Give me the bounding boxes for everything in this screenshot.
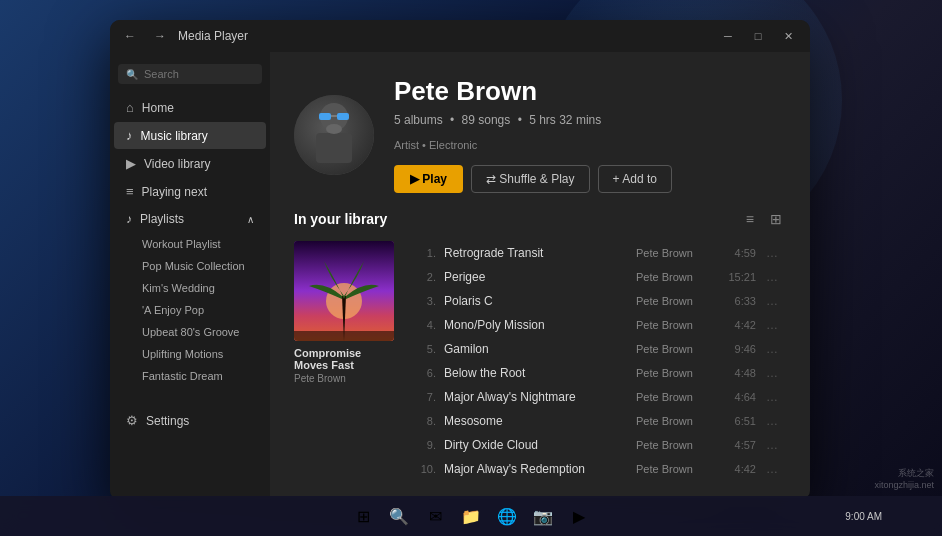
svg-rect-8	[294, 331, 394, 341]
track-menu-icon[interactable]: …	[764, 246, 780, 260]
library-controls: ≡ ⊞	[742, 209, 786, 229]
track-number: 5.	[416, 343, 436, 355]
table-row[interactable]: 2. Perigee Pete Brown 15:21 …	[410, 265, 786, 289]
taskbar-media[interactable]: ▶	[563, 500, 595, 532]
table-row[interactable]: 3. Polaris C Pete Brown 6:33 …	[410, 289, 786, 313]
taskbar-photos[interactable]: 📷	[527, 500, 559, 532]
forward-button[interactable]: →	[148, 24, 172, 48]
playlist-item[interactable]: Fantastic Dream	[114, 365, 266, 387]
window-controls: ─ □ ✕	[714, 25, 802, 47]
track-menu-icon[interactable]: …	[764, 438, 780, 452]
table-row[interactable]: 9. Dirty Oxide Cloud Pete Brown 4:57 …	[410, 433, 786, 457]
sidebar-item-music-library[interactable]: ♪ Music library	[114, 122, 266, 149]
play-button[interactable]: ▶ Play	[394, 165, 463, 193]
track-duration: 4:57	[724, 439, 756, 451]
playlist-item[interactable]: 'A Enjoy Pop	[114, 299, 266, 321]
track-artist: Pete Brown	[636, 391, 716, 403]
track-number: 2.	[416, 271, 436, 283]
sidebar-item-label: Home	[142, 101, 174, 115]
list-view-button[interactable]: ≡	[742, 209, 758, 229]
table-row[interactable]: 4. Mono/Poly Mission Pete Brown 4:42 …	[410, 313, 786, 337]
album-art-inner	[294, 241, 394, 341]
track-menu-icon[interactable]: …	[764, 366, 780, 380]
sidebar-item-home[interactable]: ⌂ Home	[114, 94, 266, 121]
shuffle-play-button[interactable]: ⇄ Shuffle & Play	[471, 165, 590, 193]
track-artist: Pete Brown	[636, 367, 716, 379]
track-name: Dirty Oxide Cloud	[444, 438, 628, 452]
artist-actions: ▶ Play ⇄ Shuffle & Play + Add to	[394, 165, 786, 193]
playlist-item[interactable]: Upbeat 80's Groove	[114, 321, 266, 343]
artist-meta: 5 albums • 89 songs • 5 hrs 32 mins	[394, 113, 786, 127]
sidebar-item-settings[interactable]: ⚙ Settings	[114, 407, 266, 434]
track-artist: Pete Brown	[636, 319, 716, 331]
playlist-item[interactable]: Workout Playlist	[114, 233, 266, 255]
sidebar-item-playing-next[interactable]: ≡ Playing next	[114, 178, 266, 205]
table-row[interactable]: 5. Gamilon Pete Brown 9:46 …	[410, 337, 786, 361]
avatar-image	[294, 95, 374, 175]
window-content: 🔍 ⌂ Home ♪ Music library ▶ Video library…	[110, 52, 810, 500]
svg-rect-1	[316, 133, 352, 163]
sidebar: 🔍 ⌂ Home ♪ Music library ▶ Video library…	[110, 52, 270, 500]
track-menu-icon[interactable]: …	[764, 390, 780, 404]
window-title: Media Player	[178, 29, 248, 43]
taskbar-explorer[interactable]: 📁	[455, 500, 487, 532]
track-number: 3.	[416, 295, 436, 307]
track-artist: Pete Brown	[636, 343, 716, 355]
watermark: 系统之家 xitongzhijia.net	[874, 467, 934, 492]
settings-icon: ⚙	[126, 413, 138, 428]
main-content: Pete Brown 5 albums • 89 songs • 5 hrs 3…	[270, 52, 810, 500]
svg-point-5	[326, 124, 342, 134]
grid-view-button[interactable]: ⊞	[766, 209, 786, 229]
search-input[interactable]	[144, 68, 254, 80]
track-menu-icon[interactable]: …	[764, 462, 780, 476]
search-box[interactable]: 🔍	[118, 64, 262, 84]
track-duration: 9:46	[724, 343, 756, 355]
taskbar: ⊞ 🔍 ✉ 📁 🌐 📷 ▶ 9:00 AM	[0, 496, 942, 536]
table-row[interactable]: 10. Major Alway's Redemption Pete Brown …	[410, 457, 786, 481]
artist-header: Pete Brown 5 albums • 89 songs • 5 hrs 3…	[270, 52, 810, 209]
add-to-button[interactable]: + Add to	[598, 165, 672, 193]
track-menu-icon[interactable]: …	[764, 414, 780, 428]
track-artist: Pete Brown	[636, 463, 716, 475]
albums-count: 5 albums	[394, 113, 443, 127]
taskbar-mail[interactable]: ✉	[419, 500, 451, 532]
back-button[interactable]: ←	[118, 24, 142, 48]
track-name: Mesosome	[444, 414, 628, 428]
table-row[interactable]: 7. Major Alway's Nightmare Pete Brown 4:…	[410, 385, 786, 409]
playlists-section[interactable]: ♪ Playlists ∧	[114, 206, 266, 232]
taskbar-search[interactable]: 🔍	[383, 500, 415, 532]
playlist-item[interactable]: Uplifting Motions	[114, 343, 266, 365]
nav-buttons: ← →	[118, 24, 172, 48]
search-icon: 🔍	[126, 69, 138, 80]
dot-separator: •	[450, 113, 454, 127]
table-row[interactable]: 1. Retrograde Transit Pete Brown 4:59 …	[410, 241, 786, 265]
track-duration: 4:64	[724, 391, 756, 403]
sidebar-item-label: Video library	[144, 157, 210, 171]
svg-rect-2	[319, 113, 331, 120]
playlist-item[interactable]: Kim's Wedding	[114, 277, 266, 299]
title-bar: ← → Media Player ─ □ ✕	[110, 20, 810, 52]
sidebar-item-video-library[interactable]: ▶ Video library	[114, 150, 266, 177]
maximize-button[interactable]: □	[744, 25, 772, 47]
minimize-button[interactable]: ─	[714, 25, 742, 47]
track-menu-icon[interactable]: …	[764, 342, 780, 356]
track-name: Major Alway's Redemption	[444, 462, 628, 476]
track-menu-icon[interactable]: …	[764, 270, 780, 284]
taskbar-browser[interactable]: 🌐	[491, 500, 523, 532]
close-button[interactable]: ✕	[774, 25, 802, 47]
playlist-item[interactable]: Pop Music Collection	[114, 255, 266, 277]
playlist-item-label: Uplifting Motions	[142, 348, 223, 360]
track-duration: 15:21	[724, 271, 756, 283]
album-art-svg	[294, 241, 394, 341]
table-row[interactable]: 8. Mesosome Pete Brown 6:51 …	[410, 409, 786, 433]
taskbar-start-button[interactable]: ⊞	[347, 500, 379, 532]
library-header: In your library ≡ ⊞	[294, 209, 786, 229]
playlist-item-label: Pop Music Collection	[142, 260, 245, 272]
avatar-svg	[294, 95, 374, 175]
track-duration: 6:33	[724, 295, 756, 307]
track-menu-icon[interactable]: …	[764, 318, 780, 332]
dot-separator2: •	[518, 113, 522, 127]
album-card: Compromise Moves Fast Pete Brown	[294, 241, 394, 481]
table-row[interactable]: 6. Below the Root Pete Brown 4:48 …	[410, 361, 786, 385]
track-menu-icon[interactable]: …	[764, 294, 780, 308]
